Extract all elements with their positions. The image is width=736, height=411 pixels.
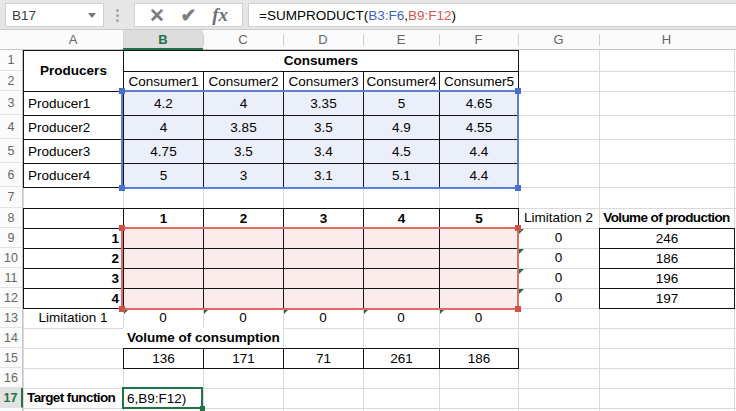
formula-text: =SUMPRODUCT(B3:F6,B9:F12) <box>249 8 456 23</box>
range-handle[interactable] <box>515 225 521 231</box>
column-separator <box>439 34 440 46</box>
error-indicator-icon <box>519 269 524 274</box>
cell-F8[interactable]: 5 <box>439 208 519 229</box>
column-headers: ABCDEFGH <box>0 30 736 50</box>
cell-D8[interactable]: 3 <box>283 208 364 229</box>
column-header-A[interactable]: A <box>23 30 123 49</box>
column-header-C[interactable]: C <box>203 30 283 49</box>
cell-D2[interactable]: Consumer3 <box>283 71 364 92</box>
cell-C15[interactable]: 171 <box>203 348 284 369</box>
cell-A10[interactable]: 2 <box>23 248 124 269</box>
range-handle[interactable] <box>515 185 521 191</box>
column-header-F[interactable]: F <box>439 30 518 49</box>
cell-H11[interactable]: 196 <box>599 268 735 289</box>
column-separator <box>203 34 204 46</box>
formula-ref1: B3:F6 <box>368 8 404 23</box>
cell-A17[interactable]: Target function <box>23 388 123 408</box>
cell-F15[interactable]: 186 <box>439 348 519 369</box>
range-handle[interactable] <box>119 185 125 191</box>
cell-A8[interactable] <box>23 208 124 229</box>
editing-cell-B17[interactable]: 6,B9:F12) <box>122 387 203 409</box>
column-header-E[interactable]: E <box>363 30 439 49</box>
error-indicator-icon <box>519 249 524 254</box>
cell-H9[interactable]: 246 <box>599 228 735 249</box>
column-header-B[interactable]: B <box>123 30 203 50</box>
range-handle[interactable] <box>515 88 521 94</box>
formula-ref2: B9:F12 <box>408 8 452 23</box>
formula-range-B3-F6[interactable] <box>121 90 519 189</box>
column-separator <box>518 34 519 46</box>
cell-A9[interactable]: 1 <box>23 228 124 249</box>
cell-E8[interactable]: 4 <box>363 208 440 229</box>
cancel-icon[interactable]: ✕ <box>149 6 165 25</box>
cell-G12[interactable]: 0 <box>518 288 599 308</box>
cell-G9[interactable]: 0 <box>518 228 599 248</box>
cell-G10[interactable]: 0 <box>518 248 599 268</box>
cell-A5[interactable]: Producer3 <box>23 139 124 164</box>
insert-function-icon[interactable]: fx <box>212 4 228 26</box>
formula-toolbar: B17 ✕ ✔ fx =SUMPRODUCT(B3:F6,B9:F12) <box>0 0 736 30</box>
error-indicator-icon <box>519 289 524 294</box>
cell-B15[interactable]: 136 <box>123 348 204 369</box>
cell-C13[interactable]: 0 <box>203 308 283 328</box>
cell-H12[interactable]: 197 <box>599 288 735 309</box>
cell-B2[interactable]: Consumer1 <box>123 71 204 92</box>
fill-handle[interactable] <box>200 406 205 411</box>
cell-A1[interactable]: Producers <box>23 50 124 92</box>
range-handle[interactable] <box>515 306 521 312</box>
cell-A6[interactable]: Producer4 <box>23 163 124 188</box>
column-header-D[interactable]: D <box>283 30 363 49</box>
formula-part1: =SUMPRODUCT( <box>259 8 368 23</box>
cell-A4[interactable]: Producer2 <box>23 115 124 140</box>
cell-G8[interactable]: Limitation 2 <box>518 208 599 228</box>
sheet-grid: ProducersConsumersConsumer1Consumer2Cons… <box>0 50 736 411</box>
column-separator <box>283 34 284 46</box>
formula-buttons: ✕ ✔ fx <box>134 3 243 27</box>
cell-A12[interactable]: 4 <box>23 288 124 309</box>
cell-D13[interactable]: 0 <box>283 308 363 328</box>
cell-F13[interactable]: 0 <box>439 308 518 328</box>
range-handle[interactable] <box>119 306 125 312</box>
cell-A3[interactable]: Producer1 <box>23 91 124 116</box>
excel-window: B17 ✕ ✔ fx =SUMPRODUCT(B3:F6,B9:F12) ABC… <box>0 0 736 411</box>
cell-E13[interactable]: 0 <box>363 308 439 328</box>
cell-F2[interactable]: Consumer5 <box>439 71 519 92</box>
formula-range-B9-F12[interactable] <box>121 227 519 310</box>
cell-E15[interactable]: 261 <box>363 348 440 369</box>
column-separator <box>599 34 600 46</box>
formula-bar-input[interactable]: =SUMPRODUCT(B3:F6,B9:F12) <box>248 3 736 27</box>
name-box[interactable]: B17 <box>5 3 104 27</box>
cell-C8[interactable]: 2 <box>203 208 284 229</box>
name-box-dropdown-icon[interactable] <box>88 13 96 18</box>
cell-H8[interactable]: Volume of production <box>599 208 734 228</box>
cell-C2[interactable]: Consumer2 <box>203 71 284 92</box>
cell-H10[interactable]: 186 <box>599 248 735 269</box>
cell-G11[interactable]: 0 <box>518 268 599 288</box>
enter-icon[interactable]: ✔ <box>181 6 197 25</box>
cell-D15[interactable]: 71 <box>283 348 364 369</box>
cell-B13[interactable]: 0 <box>123 308 203 328</box>
cell-B1[interactable]: Consumers <box>123 50 519 72</box>
cell-B8[interactable]: 1 <box>123 208 204 229</box>
formula-part3: ) <box>451 8 456 23</box>
column-header-H[interactable]: H <box>599 30 734 49</box>
cell-A11[interactable]: 3 <box>23 268 124 289</box>
column-separator <box>123 34 124 46</box>
column-separator <box>363 34 364 46</box>
range-handle[interactable] <box>119 225 125 231</box>
column-header-G[interactable]: G <box>518 30 599 49</box>
cell-E2[interactable]: Consumer4 <box>363 71 440 92</box>
cell-B14[interactable]: Volume of consumption <box>123 328 283 348</box>
toolbar-grip-icon <box>116 9 119 22</box>
cell-A13[interactable]: Limitation 1 <box>23 308 123 328</box>
name-box-value: B17 <box>6 8 88 23</box>
range-handle[interactable] <box>119 88 125 94</box>
